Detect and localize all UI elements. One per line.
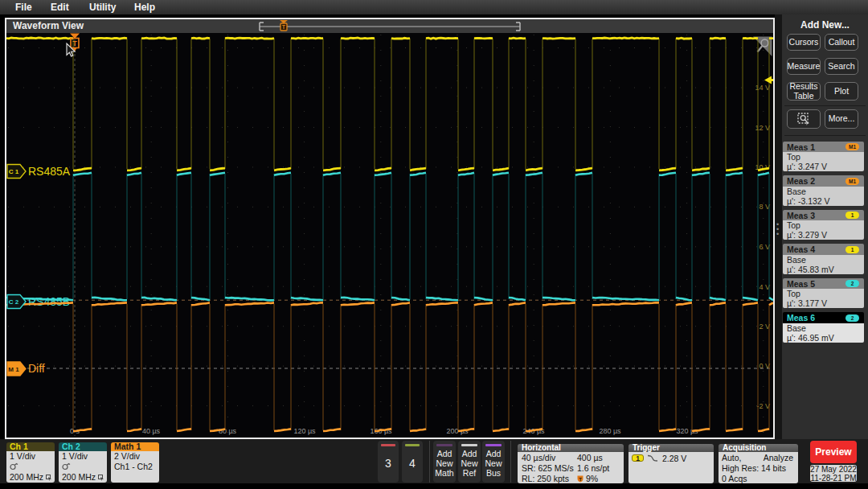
svg-text:RS485B: RS485B <box>28 295 70 308</box>
svg-text:-2 V: -2 V <box>756 402 770 410</box>
svg-text:T: T <box>72 39 77 47</box>
svg-text:14 V: 14 V <box>755 84 770 92</box>
svg-text:M 1: M 1 <box>8 366 19 373</box>
svg-text:RS485A: RS485A <box>28 165 71 178</box>
svg-text:Diff: Diff <box>28 362 45 375</box>
svg-text:6 V: 6 V <box>759 243 770 251</box>
svg-text:C 2: C 2 <box>9 298 19 306</box>
svg-text:T: T <box>282 24 286 30</box>
svg-text:80 µs: 80 µs <box>219 427 237 435</box>
svg-text:40 µs: 40 µs <box>142 427 161 435</box>
svg-text:T: T <box>579 477 582 482</box>
svg-text:12 V: 12 V <box>755 124 770 132</box>
svg-text:2 V: 2 V <box>759 323 770 331</box>
svg-text:280 µs: 280 µs <box>599 427 621 435</box>
svg-text:120 µs: 120 µs <box>293 427 316 435</box>
svg-text:8 V: 8 V <box>759 203 770 211</box>
svg-text:4 V: 4 V <box>759 283 770 291</box>
svg-text:C 1: C 1 <box>9 168 19 175</box>
